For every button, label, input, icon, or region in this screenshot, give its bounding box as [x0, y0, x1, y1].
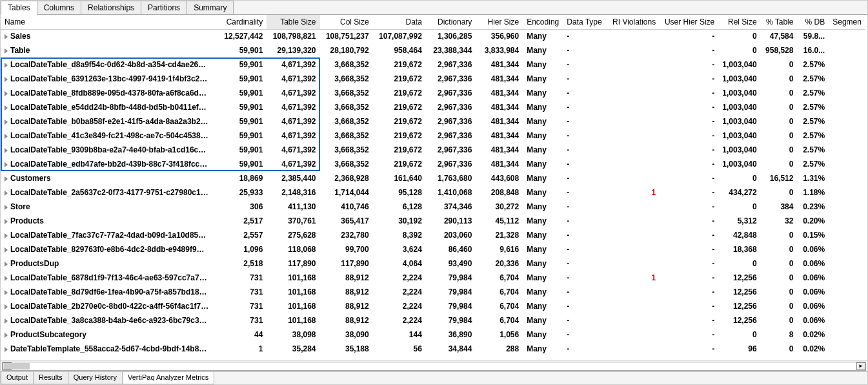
top-tabstrip: TablesColumnsRelationshipsPartitionsSumm…: [1, 1, 867, 15]
top-tab-tables[interactable]: Tables: [1, 1, 37, 15]
scroll-thumb[interactable]: [4, 363, 30, 369]
top-tab-partitions[interactable]: Partitions: [141, 1, 187, 14]
expand-caret-icon[interactable]: [5, 148, 8, 153]
table-row[interactable]: Sales12,527,442108,798,821108,751,237107…: [1, 29, 865, 43]
expand-caret-icon[interactable]: [5, 247, 8, 253]
table-row[interactable]: LocalDateTable_8fdb889e-095d-4378-80fa-a…: [1, 86, 865, 100]
expand-caret-icon[interactable]: [5, 304, 8, 309]
cell-tsize: 35,284: [267, 342, 319, 356]
table-row[interactable]: LocalDateTable_d8a9f54c-0d62-4b8d-a354-c…: [1, 57, 865, 72]
cell-uh: -: [660, 256, 718, 271]
table-row[interactable]: Products2,517370,761365,41730,192290,113…: [1, 214, 865, 228]
expand-caret-icon[interactable]: [5, 34, 8, 39]
table-row[interactable]: Table59,90129,139,32028,180,792958,46423…: [1, 43, 865, 57]
cell-dict: 34,844: [426, 342, 476, 356]
table-row[interactable]: LocalDateTable_3a8ca388-b4ab-4e6c-a923-6…: [1, 313, 865, 328]
expand-caret-icon[interactable]: [5, 191, 8, 196]
expand-caret-icon[interactable]: [5, 333, 8, 338]
expand-caret-icon[interactable]: [5, 77, 8, 82]
col-header-dictionary[interactable]: Dictionary: [426, 15, 476, 29]
scroll-right-icon[interactable]: ►: [856, 362, 865, 370]
col-header--table[interactable]: % Table: [761, 15, 798, 29]
table-row[interactable]: LocalDateTable_8d79df6e-1fea-4b90-a75f-a…: [1, 285, 865, 299]
bottom-tab-vertipaq-analyzer-metrics[interactable]: VertiPaq Analyzer Metrics: [122, 372, 214, 384]
expand-caret-icon[interactable]: [5, 48, 8, 54]
expand-caret-icon[interactable]: [5, 63, 8, 68]
expand-caret-icon[interactable]: [5, 134, 8, 139]
top-tab-relationships[interactable]: Relationships: [81, 1, 141, 14]
grid-scroll-area[interactable]: NameCardinalityTable SizeCol SizeDataDic…: [1, 15, 867, 360]
col-header-rel-size[interactable]: Rel Size: [718, 15, 760, 29]
table-row[interactable]: LocalDateTable_e54dd24b-8bfb-448d-bd5b-b…: [1, 100, 865, 114]
expand-caret-icon[interactable]: [5, 219, 8, 224]
cell-hier: 481,344: [476, 100, 523, 114]
col-header-cardinality[interactable]: Cardinality: [217, 15, 267, 29]
table-row[interactable]: ProductsDup2,518117,890117,8904,06493,49…: [1, 256, 865, 271]
expand-caret-icon[interactable]: [5, 276, 8, 281]
cell-rel: 0: [718, 171, 760, 185]
bottom-tab-output[interactable]: Output: [1, 372, 34, 384]
col-header-hier-size[interactable]: Hier Size: [476, 15, 523, 29]
bottom-tab-results[interactable]: Results: [33, 372, 68, 384]
table-row[interactable]: LocalDateTable_41c3e849-fc21-498c-ae7c-5…: [1, 129, 865, 143]
table-row[interactable]: ProductSubcategory4438,09838,09014436,89…: [1, 328, 865, 342]
top-tab-summary[interactable]: Summary: [187, 1, 234, 14]
bottom-tab-query-history[interactable]: Query History: [68, 372, 123, 384]
cell-ri: [607, 72, 660, 86]
row-name-text: Products: [10, 216, 44, 225]
table-row[interactable]: LocalDateTable_b0ba858f-e2e1-41f5-a4da-8…: [1, 114, 865, 129]
expand-caret-icon[interactable]: [5, 262, 8, 267]
expand-caret-icon[interactable]: [5, 105, 8, 110]
expand-caret-icon[interactable]: [5, 120, 8, 125]
col-header-user-hier-size[interactable]: User Hier Size: [660, 15, 718, 29]
cell-ri: [607, 57, 660, 72]
table-row[interactable]: LocalDateTable_9309b8ba-e2a7-4e40-bfab-a…: [1, 143, 865, 157]
expand-caret-icon[interactable]: [5, 91, 8, 96]
expand-caret-icon[interactable]: [5, 205, 8, 210]
hscroll-track[interactable]: ◄ ►: [1, 360, 867, 371]
cell-data: 144: [373, 328, 426, 342]
row-name-text: LocalDateTable_e54dd24b-8bfb-448d-bd5b-b…: [10, 103, 207, 112]
col-header-ri-violations[interactable]: RI Violations: [607, 15, 660, 29]
cell-data: 219,672: [373, 100, 426, 114]
top-tab-columns[interactable]: Columns: [37, 1, 81, 14]
col-header-segmen[interactable]: Segmen: [829, 15, 865, 29]
col-header-col-size[interactable]: Col Size: [320, 15, 373, 29]
cell-hier: 20,336: [476, 256, 523, 271]
cell-uh: -: [660, 129, 718, 143]
expand-caret-icon[interactable]: [5, 318, 8, 324]
expand-caret-icon[interactable]: [5, 290, 8, 295]
table-row[interactable]: LocalDateTable_6878d1f9-7f13-46c4-ae63-5…: [1, 271, 865, 285]
expand-caret-icon[interactable]: [5, 162, 8, 167]
cell-seg: [829, 43, 865, 57]
cell-csize: 3,668,352: [320, 143, 373, 157]
cell-dt: -: [563, 57, 607, 72]
cell-card: 59,901: [217, 114, 267, 129]
cell-tsize: 275,628: [267, 228, 319, 242]
table-row[interactable]: LocalDateTable_7fac37c7-77a2-4dad-b09d-1…: [1, 228, 865, 242]
col-header-encoding[interactable]: Encoding: [523, 15, 563, 29]
col-header-data[interactable]: Data: [373, 15, 426, 29]
cell-pdb: 0.06%: [797, 256, 829, 271]
table-row[interactable]: LocalDateTable_6391263e-13bc-4997-9419-1…: [1, 72, 865, 86]
cell-ri: [607, 256, 660, 271]
table-row[interactable]: Store306411,130410,7466,128374,34630,272…: [1, 200, 865, 214]
expand-caret-icon[interactable]: [5, 347, 8, 352]
table-row[interactable]: LocalDateTable_edb47afe-bb2d-439b-88c7-3…: [1, 157, 865, 171]
cell-csize: 232,780: [320, 228, 373, 242]
table-row[interactable]: LocalDateTable_829763f0-e8b6-4dc2-8ddb-e…: [1, 242, 865, 256]
table-row[interactable]: LocalDateTable_2b270e0c-8bd0-422c-a4ff-5…: [1, 299, 865, 313]
col-header-table-size[interactable]: Table Size: [267, 15, 319, 29]
col-header--db[interactable]: % DB: [797, 15, 829, 29]
app-window: TablesColumnsRelationshipsPartitionsSumm…: [0, 0, 868, 385]
hscrollbar[interactable]: ◄ ►: [2, 362, 866, 371]
cell-csize: 3,668,352: [320, 129, 373, 143]
expand-caret-icon[interactable]: [5, 233, 8, 238]
cell-data: 219,672: [373, 114, 426, 129]
col-header-data-type[interactable]: Data Type: [563, 15, 607, 29]
expand-caret-icon[interactable]: [5, 176, 8, 182]
col-header-name[interactable]: Name: [1, 15, 217, 29]
table-row[interactable]: LocalDateTable_2a5637c2-0f73-4177-9751-c…: [1, 185, 865, 200]
table-row[interactable]: Customers18,8692,385,4402,368,928161,640…: [1, 171, 865, 185]
table-row[interactable]: DateTableTemplate_558acca2-5d67-4cbd-9bd…: [1, 342, 865, 356]
